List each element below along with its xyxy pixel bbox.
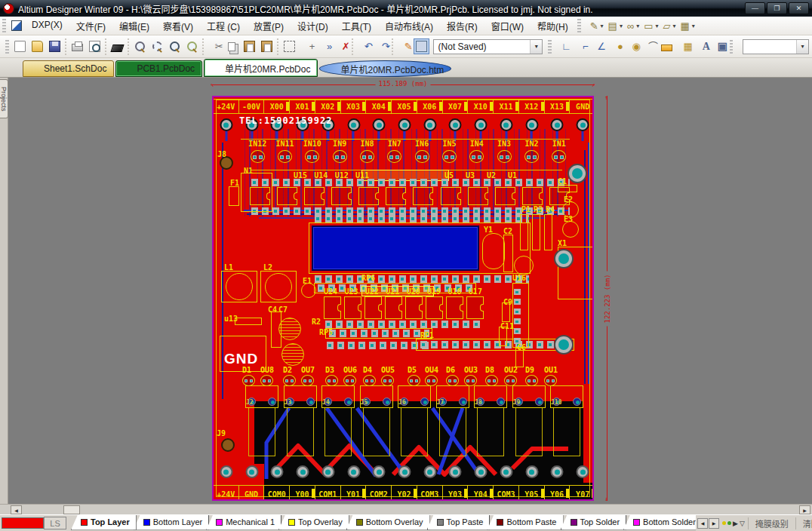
arrange-tool-icon[interactable]: ▤ ▾ <box>606 19 625 33</box>
interactive-route-icon[interactable]: ∟ <box>554 38 571 55</box>
scroll-right-button[interactable]: ▶ <box>799 505 810 514</box>
zoom-fit-icon[interactable] <box>131 38 149 55</box>
wizard-icon[interactable]: ✎ <box>395 38 413 55</box>
horizontal-scrollbar[interactable]: ◀ ▶ <box>0 504 812 514</box>
place-component-icon[interactable]: ▣ <box>710 38 727 55</box>
menu-item[interactable]: 设计(D) <box>291 17 335 35</box>
layer-tab[interactable]: Bottom Paste <box>487 515 563 530</box>
cut-icon[interactable]: ✂ <box>206 38 223 55</box>
open-document-icon[interactable] <box>29 38 46 55</box>
place-fill-icon[interactable] <box>658 38 675 55</box>
chevron-down-icon[interactable]: ▾ <box>796 40 808 54</box>
menu-item[interactable]: 察看(V) <box>156 17 200 35</box>
panels-tool-icon[interactable]: ▱ ▾ <box>661 19 678 33</box>
title-bar[interactable]: Altium Designer Winter 09 - H:\微云同步盘\153… <box>0 0 812 17</box>
find-similar-tool-icon[interactable]: ∞ ▾ <box>625 19 641 33</box>
document-tab[interactable]: Sheet1.SchDoc <box>23 60 114 77</box>
layer-tab[interactable]: Top Overlay <box>278 515 349 530</box>
maximize-button[interactable]: ❐ <box>767 2 787 14</box>
paste-special-icon[interactable] <box>258 38 275 55</box>
layer-tab[interactable]: Bottom Solder <box>623 515 696 530</box>
zoom-area-icon[interactable] <box>149 38 166 55</box>
move-selection-icon[interactable]: + <box>298 38 315 55</box>
separator[interactable] <box>63 38 69 55</box>
place-string-icon[interactable]: A <box>693 38 710 55</box>
variant-combo[interactable]: ▾ <box>743 39 809 54</box>
zoom-selected-icon[interactable] <box>183 38 201 55</box>
filter-highlight-icon[interactable] <box>413 38 430 55</box>
scrollbar-thumb[interactable] <box>63 505 80 514</box>
route-multi-icon[interactable]: ∠ <box>589 38 606 55</box>
document-tab[interactable]: PCB1.PcbDoc <box>115 60 202 77</box>
menu-item[interactable]: 报告(R) <box>440 17 484 35</box>
chevron-down-icon[interactable]: ▾ <box>530 40 542 54</box>
zoom-in-icon[interactable] <box>166 38 183 55</box>
chevron-down-icon[interactable]: ▾ <box>656 23 659 29</box>
chevron-down-icon[interactable]: ▾ <box>692 23 695 29</box>
pcb-board[interactable]: +24V -00V X00 X01 X02 <box>212 96 594 501</box>
play-icon[interactable]: ▶ <box>733 520 738 527</box>
close-button[interactable]: ✕ <box>789 2 809 14</box>
current-layer-swatch[interactable] <box>2 517 44 529</box>
mcu-socket <box>312 226 479 271</box>
layer-tab[interactable]: Mechanical 1 <box>206 515 281 530</box>
projects-panel-tab[interactable]: Projects <box>0 79 8 118</box>
separator[interactable] <box>201 38 206 55</box>
minimize-button[interactable]: — <box>745 2 765 14</box>
place-polygon-icon[interactable]: ▦ <box>675 38 693 55</box>
separator[interactable] <box>275 38 281 55</box>
menu-item[interactable]: 自动布线(A) <box>378 17 440 35</box>
new-document-icon[interactable] <box>11 38 29 55</box>
separator[interactable] <box>126 38 131 55</box>
menu-item[interactable]: 窗口(W) <box>484 17 531 35</box>
print-icon[interactable] <box>69 38 86 55</box>
separator[interactable] <box>103 38 109 55</box>
chevron-down-icon[interactable]: ▾ <box>620 23 623 29</box>
measure-tool-icon[interactable]: ▭ ▾ <box>641 19 660 33</box>
scroll-left-button[interactable]: ◀ <box>11 505 22 514</box>
chevron-down-icon[interactable]: ▾ <box>673 23 676 29</box>
select-area-icon[interactable] <box>281 38 298 55</box>
clear-button[interactable]: 清除 <box>795 517 812 529</box>
menu-item[interactable]: 帮助(H) <box>531 17 575 35</box>
place-pad-icon[interactable]: ● <box>606 38 623 55</box>
document-tab[interactable]: 单片机20MR.PcbDoc <box>204 59 318 77</box>
layer-tab[interactable]: Top Paste <box>427 515 491 530</box>
grid-tool-icon[interactable]: ▦ ▾ <box>678 19 697 33</box>
cross-select-icon[interactable]: » <box>315 38 333 55</box>
copy-icon[interactable] <box>223 38 241 55</box>
redo-icon[interactable]: ↷ <box>373 38 390 55</box>
document-tab[interactable]: 单片机20MR.PcbDoc.htm <box>319 60 451 77</box>
layer-set-indicator[interactable]: LS <box>44 517 66 529</box>
chevron-down-icon[interactable]: ▾ <box>601 23 604 29</box>
annotate-tool-icon[interactable]: ✎ ▾ <box>588 19 606 33</box>
place-via-icon[interactable]: ◉ <box>623 38 641 55</box>
menu-item[interactable]: 文件(F) <box>69 17 112 35</box>
layer-scroll-left-button[interactable]: ◀ <box>697 518 708 529</box>
mask-level-button[interactable]: 掩膜级别 <box>748 517 795 529</box>
print-preview-icon[interactable] <box>86 38 103 55</box>
layer-tab[interactable]: Top Solder <box>561 515 627 530</box>
filter-funnel-icon[interactable]: ▽ <box>740 520 745 527</box>
route-escape-icon[interactable]: ⌐ <box>571 38 589 55</box>
place-arc-icon[interactable]: ⌒ <box>641 38 658 55</box>
layer-tab[interactable]: Top Layer <box>71 515 137 530</box>
chevron-down-icon[interactable]: ▾ <box>636 23 639 29</box>
clear-filter-icon[interactable]: ✗ <box>333 38 350 55</box>
separator[interactable] <box>390 38 395 55</box>
menu-item[interactable]: DXP(X) <box>25 17 69 35</box>
grid-preset-combo[interactable]: (Not Saved) ▾ <box>433 39 543 54</box>
menu-item[interactable]: 工程 (C) <box>200 17 247 35</box>
menu-item[interactable]: 工具(T) <box>335 17 378 35</box>
menu-item[interactable]: 放置(P) <box>247 17 291 35</box>
undo-icon[interactable]: ↶ <box>355 38 373 55</box>
menu-item[interactable]: 编辑(E) <box>112 17 156 35</box>
pcb-editor-canvas[interactable]: ↖↗ 115.189 (mm) ↑↓ 122.223 (mm) <box>8 78 812 504</box>
separator[interactable] <box>350 38 355 55</box>
paste-icon[interactable] <box>241 38 258 55</box>
view-board-3d-icon[interactable] <box>109 38 126 55</box>
layer-tab[interactable]: Bottom Overlay <box>346 515 430 530</box>
layer-tab[interactable]: Bottom Layer <box>134 515 209 530</box>
layer-scroll-right-button[interactable]: ▶ <box>709 518 719 529</box>
save-document-icon[interactable] <box>46 38 63 55</box>
